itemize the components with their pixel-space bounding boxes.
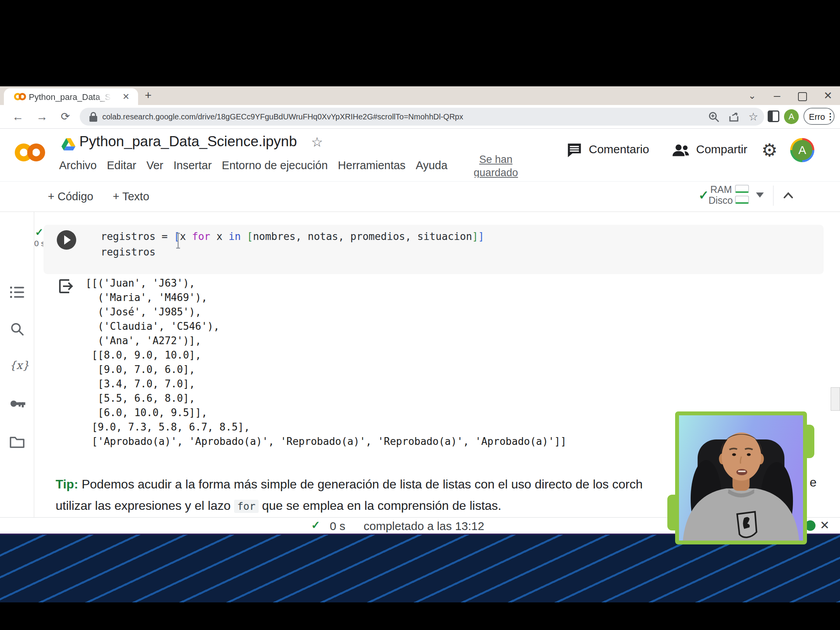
share-icon[interactable] xyxy=(728,111,741,123)
reload-icon[interactable]: ⟳ xyxy=(58,110,72,124)
menu-insertar[interactable]: Insertar xyxy=(173,159,212,172)
code-token: ] xyxy=(478,231,485,242)
profile-pill[interactable]: Erro ⋮ xyxy=(803,108,835,125)
ram-usage-bar xyxy=(735,185,749,193)
connected-check-icon: ✓ xyxy=(698,188,709,203)
code-token: ] xyxy=(472,231,478,242)
code-token: [ xyxy=(247,231,253,242)
status-check-icon: ✓ xyxy=(311,519,320,532)
notebook-title[interactable]: Python_para_Data_Science.ipynb xyxy=(79,133,297,150)
add-code-button[interactable]: + Código xyxy=(48,190,93,203)
tip-paragraph: Tip: Podemos acudir a la forma más simpl… xyxy=(56,474,676,517)
inline-code-for: for xyxy=(234,500,259,513)
output-line: [6.0, 10.0, 9.5]], xyxy=(86,406,567,420)
output-line: [9.0, 7.0, 6.0], xyxy=(86,362,567,377)
webcam-overlay xyxy=(675,411,807,544)
tab-close-icon[interactable]: ✕ xyxy=(121,91,131,102)
browser-tab[interactable]: Python_para_Data_Science.ipynb ✕ xyxy=(4,88,138,105)
menu-ver[interactable]: Ver xyxy=(146,159,163,172)
code-token: x xyxy=(180,231,192,242)
colab-logo[interactable] xyxy=(15,141,46,165)
files-folder-icon[interactable] xyxy=(9,435,26,452)
output-line: [[('Juan', 'J63'), xyxy=(86,276,567,290)
kebab-menu-icon[interactable]: ⋮ xyxy=(826,112,835,122)
profile-label: Erro xyxy=(809,112,825,122)
cell-output-text: [[('Juan', 'J63'), ('Maria', 'M469'), ('… xyxy=(86,276,567,449)
output-line: [[8.0, 9.0, 10.0], xyxy=(86,348,567,362)
window-maximize-icon[interactable] xyxy=(798,92,807,101)
share-people-icon[interactable] xyxy=(671,142,690,158)
variables-icon[interactable]: {x} xyxy=(9,359,26,375)
browser-addressbar: ← → ⟳ colab.research.google.com/drive/18… xyxy=(0,105,840,129)
presenter-photo xyxy=(679,415,803,541)
table-of-contents-icon[interactable] xyxy=(9,286,26,302)
gear-icon[interactable]: ⚙ xyxy=(761,140,777,161)
code-cell[interactable]: registros = [x for x in [nombres, notas,… xyxy=(44,225,824,274)
resources-dropdown-icon[interactable] xyxy=(756,192,764,198)
tip-line1: Tip: Podemos acudir a la forma más simpl… xyxy=(56,474,676,495)
status-completed-text: completado a las 13:12 xyxy=(364,520,484,533)
comment-label[interactable]: Comentario xyxy=(589,143,649,156)
divider xyxy=(773,186,774,206)
letterbox-bottom xyxy=(0,602,840,630)
output-line: [5.5, 6.6, 8.0], xyxy=(86,391,567,406)
share-label[interactable]: Compartir xyxy=(696,143,747,156)
comment-icon[interactable] xyxy=(566,142,583,158)
code-token: registros = xyxy=(101,231,174,242)
menu-herramientas[interactable]: Herramientas xyxy=(338,159,406,172)
code-token: for xyxy=(192,231,210,242)
menu-editar[interactable]: Editar xyxy=(107,159,136,172)
forward-icon[interactable]: → xyxy=(35,110,49,124)
add-text-button[interactable]: + Texto xyxy=(113,190,149,203)
window-minimize-icon[interactable]: – xyxy=(771,90,783,101)
status-exec-time: 0 s xyxy=(330,520,345,533)
notebook-toolbar: + Código + Texto ✓ RAM Disco xyxy=(0,181,840,212)
code-line: registros = [x for x in [nombres, notas,… xyxy=(101,229,484,244)
menubar: Archivo Editar Ver Insertar Entorno de e… xyxy=(59,159,448,172)
menu-ayuda[interactable]: Ayuda xyxy=(416,159,448,172)
search-icon[interactable] xyxy=(9,322,26,338)
star-icon[interactable]: ☆ xyxy=(311,134,323,150)
output-line: ('Maria', 'M469'), xyxy=(86,290,567,305)
browser-tabbar: Python_para_Data_Science.ipynb ✕ + ⌄ – ✕ xyxy=(0,86,840,105)
window-close-icon[interactable]: ✕ xyxy=(822,90,834,101)
bookmark-star-icon[interactable]: ☆ xyxy=(747,111,760,123)
menu-archivo[interactable]: Archivo xyxy=(59,159,97,172)
output-line: ('José', 'J985'), xyxy=(86,305,567,319)
collapse-chevron-icon[interactable] xyxy=(780,187,797,204)
stage: Python_para_Data_Science.ipynb ✕ + ⌄ – ✕… xyxy=(0,0,840,630)
output-line: ('Claudia', 'C546'), xyxy=(86,319,567,334)
tip-line2: utilizar las expresiones y el lazo for q… xyxy=(56,495,676,517)
browser-avatar[interactable]: A xyxy=(784,109,799,124)
code-editor[interactable]: registros = [x for x in [nombres, notas,… xyxy=(101,229,484,260)
save-status-link[interactable]: Se han guardado xyxy=(467,153,525,178)
tab-title: Python_para_Data_Science.ipynb xyxy=(29,92,111,102)
output-line: ('Ana', 'A272')], xyxy=(86,334,567,348)
disk-label: Disco xyxy=(709,195,732,206)
code-token: in xyxy=(229,231,241,242)
output-line: [9.0, 7.3, 5.8, 6.7, 8.5], xyxy=(86,420,567,434)
zoom-icon[interactable] xyxy=(708,111,720,123)
secrets-key-icon[interactable] xyxy=(9,398,26,414)
drive-icon xyxy=(61,138,75,150)
status-close-icon[interactable]: ✕ xyxy=(820,518,830,532)
tip-label: Tip: xyxy=(56,477,78,491)
url-bar[interactable]: colab.research.google.com/drive/18gGECc9… xyxy=(80,108,764,126)
side-panel-icon[interactable] xyxy=(768,110,779,122)
menu-entorno[interactable]: Entorno de ejecución xyxy=(222,159,327,172)
scrollbar-thumb[interactable] xyxy=(831,387,840,411)
code-line: registros xyxy=(101,244,484,260)
run-cell-button[interactable] xyxy=(57,230,76,250)
tip-line1-tail: e xyxy=(810,475,817,490)
new-tab-button[interactable]: + xyxy=(142,89,154,101)
output-line: ['Aprobado(a)', 'Aprobado(a)', 'Reprobad… xyxy=(86,434,567,449)
colab-avatar[interactable]: A xyxy=(790,138,814,162)
code-token: x xyxy=(210,231,229,242)
output-line: [3.4, 7.0, 7.0], xyxy=(86,377,567,391)
lock-icon xyxy=(89,112,98,122)
window-menu-chevron-icon[interactable]: ⌄ xyxy=(746,90,758,101)
back-icon[interactable]: ← xyxy=(11,110,25,124)
code-token xyxy=(241,231,247,242)
text-cursor-icon xyxy=(175,233,181,249)
colab-header: Python_para_Data_Science.ipynb ☆ Archivo… xyxy=(0,129,840,181)
